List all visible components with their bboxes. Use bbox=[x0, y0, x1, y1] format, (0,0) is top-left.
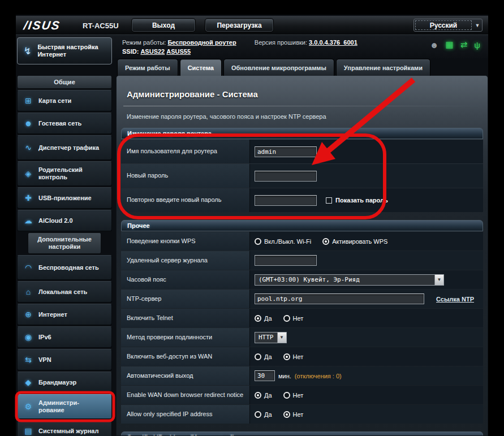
new-password-input[interactable] bbox=[255, 171, 317, 182]
misc-table: Поведение кнопки WPS Вкл./Выкл. Wi-Fi Ак… bbox=[121, 232, 483, 424]
radio-label: Нет bbox=[293, 353, 304, 360]
sidebar-item-quick-setup[interactable]: ↯ Быстрая настройка Интернет bbox=[17, 37, 112, 64]
auto-logout-input[interactable] bbox=[255, 370, 275, 381]
sidebar: ↯ Быстрая настройка Интернет Общие ⊞ Кар… bbox=[17, 37, 112, 436]
sidebar-item-usb-application[interactable]: ✚ USB-приложение bbox=[17, 187, 112, 209]
sidebar-item-ipv6[interactable]: ◉ IPv6 bbox=[17, 326, 112, 348]
row-label: Удаленный сервер журнала bbox=[121, 251, 250, 270]
telnet-no-radio[interactable] bbox=[283, 315, 290, 322]
sidebar-item-label: Диспетчер трафика bbox=[38, 144, 101, 152]
sidebar-header-advanced: Дополнительные настройки bbox=[28, 232, 101, 254]
radio-label: Да bbox=[264, 315, 272, 322]
retype-password-input[interactable] bbox=[255, 195, 317, 206]
row-label: Allow only specified IP address bbox=[121, 405, 250, 424]
table-row: Автоматический выход мин. (отключения : … bbox=[121, 366, 483, 385]
top-bar: /ISUS RT-AC55U Выход Перезагрузка Русски… bbox=[16, 16, 488, 35]
sidebar-item-system-log[interactable]: ▤ Системный журнал bbox=[17, 420, 112, 436]
lan-icon: ⌂ bbox=[22, 287, 35, 296]
mode-firmware-line: Режим работы: Беспроводной роутер Версия… bbox=[122, 39, 357, 46]
wan-web-yes-radio[interactable] bbox=[255, 353, 261, 360]
firmware-link[interactable]: 3.0.0.4.376_6001 bbox=[309, 39, 357, 46]
ntp-server-input[interactable] bbox=[255, 293, 424, 304]
sidebar-item-network-map[interactable]: ⊞ Карта сети bbox=[17, 90, 112, 111]
allow-ip-no-radio[interactable] bbox=[283, 411, 290, 418]
language-select[interactable]: Русский ▼ bbox=[413, 19, 483, 32]
allow-ip-yes-radio[interactable] bbox=[255, 411, 261, 418]
chevron-down-icon: ▼ bbox=[434, 275, 443, 285]
traffic-manager-icon: ∿ bbox=[22, 143, 35, 152]
sidebar-item-administration[interactable]: ⚙ Администри­рование bbox=[17, 394, 112, 419]
row-label: Автоматический выход bbox=[121, 366, 250, 385]
row-label: Поведение кнопки WPS bbox=[121, 232, 250, 251]
reboot-button[interactable]: Перезагрузка bbox=[205, 18, 274, 32]
sidebar-item-label: Родительский контроль bbox=[38, 166, 101, 180]
cloud-icon: ☁ bbox=[22, 216, 35, 225]
row-label: NTP-сервер bbox=[121, 290, 250, 308]
page-description: Изменение пароля роутера, часового пояса… bbox=[127, 113, 483, 120]
radio-label: Да bbox=[264, 353, 272, 360]
sidebar-item-vpn[interactable]: ⇆ VPN bbox=[17, 349, 112, 370]
timezone-value: (GMT+03:00) Кувейт, Эр-Рияд bbox=[255, 275, 434, 285]
wps-toggle-wifi-radio[interactable] bbox=[255, 238, 261, 245]
wan-down-no-radio[interactable] bbox=[283, 392, 290, 399]
wan-down-yes-radio[interactable] bbox=[255, 392, 261, 399]
row-label: Enable WAN down browser redirect notice bbox=[121, 386, 250, 404]
radio-label: Нет bbox=[293, 392, 304, 399]
tab-firmware-upgrade[interactable]: Обновление микропрограммы bbox=[223, 59, 334, 76]
table-row: Имя пользователя для роутера bbox=[121, 140, 483, 163]
ssid-label: SSID: bbox=[122, 48, 139, 55]
ssid-link-1[interactable]: ASUS22 bbox=[140, 48, 165, 55]
sidebar-item-traffic-manager[interactable]: ∿ Диспетчер трафика bbox=[17, 135, 112, 160]
ntp-link[interactable]: Ссылка NTP bbox=[436, 296, 474, 303]
router-username-input[interactable] bbox=[255, 146, 317, 157]
sidebar-item-label: Гостевая сеть bbox=[38, 120, 81, 127]
usb-status-icon[interactable]: ψ bbox=[474, 40, 480, 50]
sidebar-item-wireless[interactable]: ◠ Беспроводная сеть bbox=[17, 255, 112, 280]
table-row: Включить веб-доступ из WAN Да Нет bbox=[121, 347, 483, 366]
sidebar-item-label: USB-приложение bbox=[38, 195, 92, 202]
administration-icon: ⚙ bbox=[22, 402, 35, 411]
password-table: Имя пользователя для роутера Новый парол… bbox=[121, 140, 483, 212]
clients-icon[interactable]: ☻ bbox=[430, 40, 439, 50]
timezone-select[interactable]: (GMT+03:00) Кувейт, Эр-Рияд ▼ bbox=[255, 274, 444, 286]
table-row: Allow only specified IP address Да Нет bbox=[121, 405, 483, 424]
section-header-specified-ip: Specified IP address (Максимум : 4) bbox=[121, 431, 483, 436]
table-row: Включить Telnet Да Нет bbox=[121, 309, 483, 327]
network-map-icon: ⊞ bbox=[22, 96, 35, 105]
remote-log-server-input[interactable] bbox=[255, 255, 317, 266]
show-password-checkbox[interactable] bbox=[326, 197, 332, 204]
sidebar-item-aicloud[interactable]: ☁ AiCloud 2.0 bbox=[17, 210, 112, 231]
auth-method-value: HTTP bbox=[255, 333, 277, 343]
wps-activate-radio[interactable] bbox=[322, 238, 329, 245]
sidebar-item-lan[interactable]: ⌂ Локальная сеть bbox=[17, 281, 112, 303]
tab-operation-mode[interactable]: Режим работы bbox=[117, 59, 178, 76]
radio-label: Да bbox=[264, 411, 272, 418]
internet-status-icon[interactable]: ⇄ bbox=[460, 40, 468, 50]
wan-web-no-radio[interactable] bbox=[283, 353, 290, 360]
sidebar-item-label: Администри­рование bbox=[38, 399, 101, 413]
table-row: Часовой пояс (GMT+03:00) Кувейт, Эр-Рияд… bbox=[121, 270, 483, 289]
chevron-down-icon: ▼ bbox=[277, 333, 286, 343]
sidebar-item-label: Брандмауэр bbox=[38, 379, 76, 386]
radio-label: Активировать WPS bbox=[332, 238, 387, 245]
auth-method-select[interactable]: HTTP ▼ bbox=[255, 332, 287, 343]
ipv6-icon: ◉ bbox=[22, 333, 35, 342]
mode-link[interactable]: Беспроводной роутер bbox=[167, 39, 236, 46]
telnet-yes-radio[interactable] bbox=[255, 315, 261, 322]
sidebar-item-wan[interactable]: ⊕ Интернет bbox=[17, 304, 112, 325]
sidebar-item-label: VPN bbox=[38, 356, 51, 364]
row-label: Включить веб-доступ из WAN bbox=[121, 347, 250, 366]
auto-logout-note: (отключения : 0) bbox=[295, 373, 342, 379]
logout-button[interactable]: Выход bbox=[131, 18, 196, 32]
tab-settings-management[interactable]: Управление настройками bbox=[336, 59, 430, 76]
tab-system[interactable]: Система bbox=[180, 59, 222, 76]
ssid-link-2[interactable]: ASUS55 bbox=[166, 48, 191, 55]
lan-status-icon[interactable]: ▦ bbox=[446, 40, 454, 50]
router-model: RT-AC55U bbox=[83, 21, 119, 30]
tab-bar: Режим работы Система Обновление микропро… bbox=[117, 59, 430, 76]
sidebar-item-parental-control[interactable]: ◈ Родительский контроль bbox=[17, 161, 112, 186]
row-label: Часовой пояс bbox=[121, 270, 250, 289]
radio-label: Вкл./Выкл. Wi-Fi bbox=[264, 238, 311, 245]
sidebar-item-guest-network[interactable]: ☻ Гостевая сеть bbox=[17, 113, 112, 134]
sidebar-item-firewall[interactable]: ◆ Брандмауэр bbox=[17, 372, 112, 393]
